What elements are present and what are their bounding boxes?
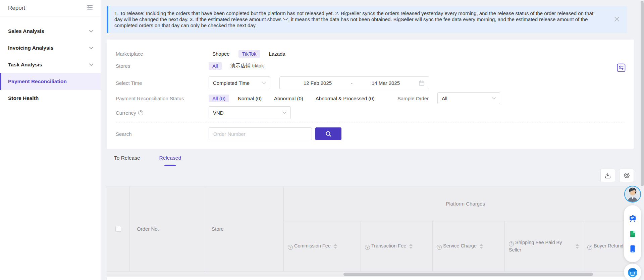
sidebar-item-store-health[interactable]: Store Health: [0, 90, 101, 107]
table-toolbar: [107, 169, 634, 182]
column-label: Order No.: [137, 226, 159, 232]
avatar-image: [625, 186, 640, 202]
download-icon: [604, 172, 611, 179]
info-banner-text: 1. To release: Including the orders that…: [114, 10, 593, 28]
sidebar-item-sales-analysis[interactable]: Sales Analysis: [0, 23, 101, 40]
platform-charges-header: Platform Charges: [284, 186, 634, 221]
column-label: ?Commission Fee: [288, 242, 331, 250]
guide-book-icon[interactable]: [628, 229, 637, 238]
horizontal-scrollbar: [107, 273, 634, 276]
stores-row: Stores All 演示店铺-tiktok: [116, 60, 625, 72]
chevron-down-icon: [89, 63, 93, 66]
feedback-button[interactable]: [624, 264, 641, 280]
sort-control[interactable]: [334, 244, 337, 249]
transaction-fee-column-header: ?Transaction Fee: [361, 221, 433, 271]
tab-indicator: [164, 165, 176, 166]
column-label: ?Transaction Fee: [365, 242, 406, 250]
tab-released[interactable]: Released: [159, 154, 181, 166]
marketplace-option-lazada[interactable]: Lazada: [265, 50, 289, 58]
currency-label: Currency ?: [116, 110, 209, 116]
chevron-down-icon: [89, 47, 93, 49]
stores-label: Stores: [116, 63, 209, 69]
status-option-abnormal-processed[interactable]: Abnormal & Processed (0): [312, 95, 378, 102]
chevron-down-icon: [282, 111, 286, 114]
checkbox-column: [107, 186, 129, 271]
currency-row: Currency ? VND: [116, 105, 625, 120]
currency-value: VND: [213, 110, 224, 116]
column-settings-button[interactable]: [619, 169, 634, 182]
vertical-scrollbar: [641, 0, 644, 280]
sample-order-select[interactable]: All: [437, 92, 500, 104]
column-label: Store: [212, 226, 224, 232]
marketplace-option-tiktok[interactable]: TikTok: [238, 50, 260, 58]
time-type-select[interactable]: Completed Time: [209, 76, 270, 89]
time-type-value: Completed Time: [213, 80, 250, 86]
divider: [116, 122, 625, 122]
filter-settings-icon[interactable]: [616, 63, 626, 72]
help-widget-pill: [624, 205, 641, 262]
main-content: 1. To release: Including the orders that…: [107, 0, 634, 280]
order-no-column-header: Order No.: [129, 186, 204, 271]
question-circle-icon[interactable]: ?: [288, 245, 293, 250]
search-label: Search: [116, 131, 209, 137]
chevron-down-icon: [89, 30, 93, 33]
question-circle-icon[interactable]: ?: [437, 245, 442, 250]
select-time-row: Select Time Completed Time 12 Feb 2025 -…: [116, 74, 625, 91]
menu-fold-icon[interactable]: [87, 4, 93, 12]
sample-order-label: Sample Order: [397, 96, 429, 101]
platform-charges-subheaders: ?Commission Fee ?Transaction Fee ?Servic…: [284, 221, 634, 271]
platform-charges-group: Platform Charges ?Commission Fee ?Transa…: [284, 186, 634, 271]
search-row: Search: [116, 125, 625, 142]
sort-control[interactable]: [409, 244, 413, 249]
close-icon[interactable]: [614, 16, 620, 22]
date-to: 14 Mar 2025: [353, 80, 419, 86]
tutorial-board-icon[interactable]: [628, 214, 637, 223]
date-range-picker[interactable]: 12 Feb 2025 - 14 Mar 2025: [279, 76, 429, 89]
sidebar-header: Report: [0, 0, 101, 16]
chevron-down-icon: [492, 97, 496, 100]
sort-control[interactable]: [480, 244, 483, 249]
horizontal-scrollbar-thumb[interactable]: [343, 273, 593, 276]
date-from: 12 Feb 2025: [284, 80, 351, 86]
vertical-scrollbar-thumb[interactable]: [641, 1, 644, 186]
status-row: Payment Reconciliation Status All (0) No…: [116, 91, 625, 105]
sidebar-item-payment-reconciliation[interactable]: Payment Reconciliation: [0, 73, 101, 90]
tab-label: Released: [159, 154, 181, 161]
sidebar-item-label: Invoicing Analysis: [8, 45, 54, 51]
store-column-header: Store: [204, 186, 284, 271]
order-number-input[interactable]: [209, 127, 312, 140]
sidebar-item-invoicing-analysis[interactable]: Invoicing Analysis: [0, 40, 101, 56]
sort-control[interactable]: [576, 244, 579, 249]
sidebar-item-task-analysis[interactable]: Task Analysis: [0, 56, 101, 73]
search-button[interactable]: [315, 127, 341, 140]
stores-option-demo-tiktok[interactable]: 演示店铺-tiktok: [227, 62, 268, 70]
status-option-abnormal[interactable]: Abnormal (0): [270, 95, 307, 102]
calendar-icon: [419, 80, 424, 86]
status-option-normal[interactable]: Normal (0): [234, 95, 265, 102]
currency-label-text: Currency: [116, 110, 136, 116]
marketplace-label: Marketplace: [116, 51, 209, 57]
column-label: ?Service Charge: [437, 242, 477, 250]
sidebar: Report Sales Analysis Invoicing Analysis…: [0, 0, 101, 280]
info-banner: 1. To release: Including the orders that…: [107, 6, 627, 33]
mobile-app-icon[interactable]: [628, 244, 637, 253]
filter-panel: Marketplace Shopee TikTok Lazada Stores …: [107, 40, 634, 149]
column-label: ?Shipping Fee Paid By Seller: [509, 239, 573, 254]
table-body: [107, 277, 634, 280]
question-circle-icon[interactable]: ?: [587, 245, 592, 250]
stores-option-all[interactable]: All: [209, 62, 222, 70]
currency-select[interactable]: VND: [209, 106, 291, 119]
select-all-checkbox[interactable]: [115, 226, 121, 232]
question-circle-icon[interactable]: ?: [365, 245, 370, 250]
status-option-all[interactable]: All (0): [209, 95, 229, 102]
shipping-fee-column-header: ?Shipping Fee Paid By Seller: [505, 221, 583, 271]
question-circle-icon[interactable]: ?: [509, 241, 514, 246]
support-avatar[interactable]: [624, 186, 641, 203]
sample-order-value: All: [442, 96, 447, 101]
commission-fee-column-header: ?Commission Fee: [284, 221, 361, 271]
marketplace-option-shopee[interactable]: Shopee: [209, 50, 233, 58]
export-button[interactable]: [600, 169, 615, 182]
tab-to-release[interactable]: To Release: [114, 154, 140, 166]
gear-icon: [623, 172, 630, 179]
question-circle-icon[interactable]: ?: [138, 110, 143, 115]
